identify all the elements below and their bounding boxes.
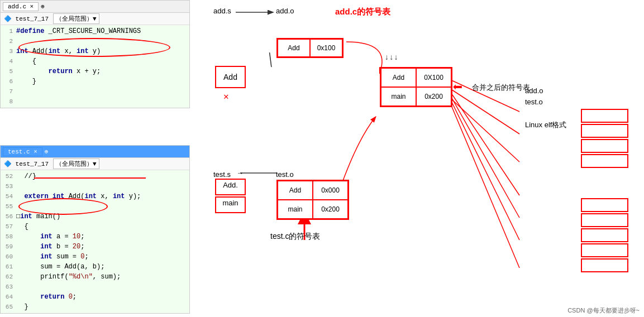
test-o-elf-label: test.o [525,98,543,106]
add-o-label-top: add.o [276,7,294,15]
test-c-tab-bar: test.c × ⊕ [1,146,189,158]
code-line-64: 64 return 0; [1,292,189,302]
test-main-box: main [215,196,246,213]
merged-main-val: 0x200 [416,87,451,106]
project-label2: 🔷 test_7_17 [4,160,49,167]
add-o-elf-label: add.o [525,87,543,95]
merged-add-val: 0X100 [416,68,451,87]
add-o-cell-val: 0x100 [310,39,342,57]
test-c-tab[interactable]: test.c × [3,147,42,156]
code-line-53: 53 [1,181,189,191]
add-c-tab[interactable]: add.c × [3,2,39,11]
elf-box-2 [581,124,628,138]
test-c-toolbar: 🔷 test_7_17 （全局范围）▼ [1,158,189,170]
code-line-7: 7 [1,87,189,97]
down-arrows: ↓↓↓ [384,53,398,62]
add-o-cell-add: Add [278,39,310,57]
add-c-tab-bar: add.c × ⊕ [1,1,189,13]
code-line-60: 60 int sum = 0; [1,252,189,262]
svg-line-8 [447,95,519,268]
add-x-mark: ✕ [223,91,229,102]
add-c-panel: add.c × ⊕ 🔷 test_7_17 （全局范围）▼ 1 #define … [0,0,190,108]
add-single-box: Add [215,66,246,88]
code-line-4: 4 { [1,56,189,66]
elf-box-8 [581,243,628,257]
scope-dropdown[interactable]: （全局范围）▼ [53,13,99,24]
code-line-57: 57 { [1,222,189,232]
watermark: CSDN @每天都要进步呀~ [567,306,640,315]
test-o-label: test.o [276,170,294,179]
add-o-table: Add 0x100 [276,38,344,58]
merged-main: main [381,87,416,106]
code-line-2: 2 [1,36,189,46]
svg-line-4 [447,95,519,162]
new-tab-btn[interactable]: ⊕ [41,3,45,10]
code-line-8: 8 [1,97,189,107]
add-c-code: 1 #define _CRT_SECURE_NO_WARNINGS 2 3 in… [1,25,189,108]
add-s-label: add.s [213,7,231,15]
svg-line-5 [447,87,519,195]
code-line-56: 56 □int main() [1,212,189,222]
code-line-55: 55 [1,201,189,212]
test-add-box: Add. [215,179,246,195]
elf-box-4 [581,154,628,168]
test-c-symtable-title: test.c的符号表 [270,232,320,242]
code-line-3: 3 int Add(int x, int y) [1,46,189,56]
test-add-cell: Add [278,181,313,200]
extern-underline [34,177,146,179]
test-s-arrow: → [238,169,242,177]
elf-box-7 [581,228,628,242]
svg-line-7 [447,92,519,240]
elf-box-3 [581,139,628,153]
code-line-58: 58 int a = 10; [1,232,189,242]
merged-title: 合并之后的符号表 [472,83,530,93]
elf-box-1 [581,109,628,123]
code-line-62: 62 printf("%d\n", sum); [1,272,189,282]
code-line-65: 65 } [1,302,189,312]
svg-line-6 [447,89,519,218]
code-line-6: 6 } [1,76,189,87]
elf-box-5 [581,198,628,212]
test-c-code: 52 //} 53 54 extern int Add(int x, int y… [1,170,189,313]
merged-arrow-left: ⬅ [452,77,462,98]
code-line-5: 5 return x + y; [1,66,189,76]
project-label: 🔷 test_7_17 [4,15,49,22]
elf-box-9 [581,258,628,272]
elf-box-6 [581,213,628,227]
code-line-59: 59 int b = 20; [1,242,189,252]
add-c-toolbar: 🔷 test_7_17 （全局范围）▼ [1,13,189,25]
code-line-1: 1 #define _CRT_SECURE_NO_WARNINGS [1,26,189,36]
code-line-61: 61 sum = Add(a, b); [1,262,189,272]
code-line-63: 63 [1,282,189,292]
add-c-symtable-title: add.c的符号表 [335,7,390,17]
test-main-val: 0x200 [313,200,348,219]
test-o-table: Add 0x000 main 0x200 [276,180,349,220]
test-main-cell: main [278,200,313,219]
test-add-val: 0x000 [313,181,348,200]
code-line-54: 54 extern int Add(int x, int y); [1,191,189,201]
linux-elf-label: Linux elf格式 [525,120,566,130]
test-c-panel: test.c × ⊕ 🔷 test_7_17 （全局范围）▼ 52 //} 53… [0,145,190,314]
add-o-slash: ╲ [265,52,276,68]
merged-table: Add 0X100 main 0x200 [380,67,452,107]
code-line-52: 52 //} [1,171,189,181]
new-tab-btn2[interactable]: ⊕ [45,148,49,155]
test-s-label: test.s [213,170,231,179]
merged-add: Add [381,68,416,87]
scope-dropdown2[interactable]: （全局范围）▼ [53,158,99,169]
